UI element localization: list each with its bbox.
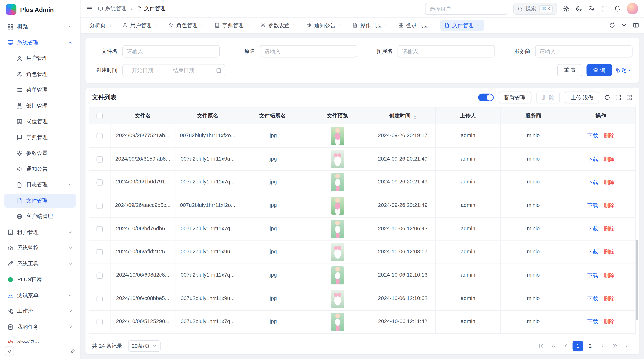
tenant-select[interactable] xyxy=(425,3,507,15)
sidebar-item-gauge[interactable]: 系统监控 xyxy=(4,241,76,255)
extension-input[interactable] xyxy=(398,45,495,57)
global-search[interactable]: 搜索 ⌘ K xyxy=(513,3,557,15)
sidebar-item-grid[interactable]: 概览 xyxy=(4,20,76,34)
refresh-icon[interactable] xyxy=(604,94,610,100)
search-button[interactable]: 查 询 xyxy=(586,64,612,76)
close-icon[interactable] xyxy=(338,23,342,27)
sidebar-item-flow[interactable]: 工作流 xyxy=(4,304,76,318)
jump-forward-button[interactable] xyxy=(610,341,620,351)
pin-icon[interactable] xyxy=(70,348,75,354)
file-preview-image[interactable] xyxy=(331,173,344,191)
sidebar-item-badge[interactable]: 岗位管理 xyxy=(4,115,76,129)
page-button-2[interactable]: 2 xyxy=(585,341,596,351)
tab-doc[interactable]: 操作日志 xyxy=(348,20,392,31)
file-preview-image[interactable] xyxy=(331,243,344,261)
sidebar-item-megaphone[interactable]: 通知公告 xyxy=(4,162,76,176)
file-preview-image[interactable] xyxy=(331,127,344,145)
row-checkbox[interactable] xyxy=(96,273,103,279)
tab-gear[interactable]: 参数设置 xyxy=(256,20,300,31)
original-name-input[interactable] xyxy=(260,45,357,57)
refresh-icon[interactable] xyxy=(609,22,615,28)
download-link[interactable]: 下载 xyxy=(587,272,598,278)
config-manage-button[interactable]: 配置管理 xyxy=(498,91,532,103)
file-preview-image[interactable] xyxy=(331,290,344,308)
config-toggle[interactable] xyxy=(478,93,494,101)
sidebar-item-person[interactable]: 用户管理 xyxy=(4,51,76,65)
pin-icon[interactable] xyxy=(108,23,112,27)
delete-link[interactable]: 删除 xyxy=(604,179,614,185)
sidebar-item-building[interactable]: 租户管理 xyxy=(4,225,76,239)
file-preview-image[interactable] xyxy=(331,220,344,238)
date-range-picker[interactable]: → xyxy=(122,64,225,76)
tab-file[interactable]: 文件管理 xyxy=(440,20,484,31)
sidebar-item-gitee[interactable]: gitee记录 xyxy=(4,336,76,343)
start-date-input[interactable] xyxy=(126,67,159,73)
download-link[interactable]: 下载 xyxy=(587,156,598,162)
file-preview-image[interactable] xyxy=(331,150,344,168)
translate-icon[interactable] xyxy=(588,5,595,12)
close-icon[interactable] xyxy=(430,23,434,27)
last-page-button[interactable] xyxy=(622,341,632,351)
breadcrumb-item-system[interactable]: 系统管理 xyxy=(98,5,126,12)
sidebar-item-people[interactable]: 角色管理 xyxy=(4,67,76,81)
reset-button[interactable]: 重 置 xyxy=(557,64,582,76)
jump-back-button[interactable] xyxy=(548,341,559,351)
prev-page-button[interactable] xyxy=(560,341,571,351)
sidebar-collapse-button[interactable] xyxy=(5,347,14,356)
sidebar-item-list[interactable]: 菜单管理 xyxy=(4,83,76,97)
row-checkbox[interactable] xyxy=(96,226,103,232)
download-link[interactable]: 下载 xyxy=(587,202,598,208)
row-checkbox[interactable] xyxy=(96,133,103,139)
columns-setting-icon[interactable] xyxy=(626,94,632,100)
first-page-button[interactable] xyxy=(536,341,546,351)
sidebar-item-client[interactable]: 客户端管理 xyxy=(4,209,76,223)
download-link[interactable]: 下载 xyxy=(587,295,598,302)
collapse-filter-link[interactable]: 收起 xyxy=(616,66,632,74)
download-link[interactable]: 下载 xyxy=(587,319,598,325)
row-checkbox[interactable] xyxy=(96,296,103,302)
sidebar-item-book[interactable]: 字典管理 xyxy=(4,130,76,144)
tab-megaphone[interactable]: 通知公告 xyxy=(302,20,346,31)
select-all-checkbox[interactable] xyxy=(96,113,103,119)
close-icon[interactable] xyxy=(154,23,158,27)
end-date-input[interactable] xyxy=(167,67,200,73)
delete-link[interactable]: 删除 xyxy=(604,226,614,232)
sidebar-item-clipboard[interactable]: 我的任务 xyxy=(4,320,76,334)
sidebar-item-doc[interactable]: 日志管理 xyxy=(4,178,76,192)
file-name-input[interactable] xyxy=(122,45,220,57)
tab-person[interactable]: 用户管理 xyxy=(118,20,162,31)
breadcrumb-item-file[interactable]: 文件管理 xyxy=(137,5,166,12)
delete-button[interactable]: 删 除 xyxy=(536,91,560,103)
sidebar-item-flask[interactable]: 测试菜单 xyxy=(4,288,76,302)
settings-gear-icon[interactable] xyxy=(563,5,570,12)
close-icon[interactable] xyxy=(384,23,388,27)
fullscreen-icon[interactable] xyxy=(601,5,608,12)
notification-bell-icon[interactable] xyxy=(614,5,620,12)
fullscreen-icon[interactable] xyxy=(615,94,621,100)
sidebar-item-tools[interactable]: 系统工具 xyxy=(4,257,76,271)
table-scrollbar-thumb[interactable] xyxy=(636,240,638,320)
close-icon[interactable] xyxy=(292,23,296,27)
close-icon[interactable] xyxy=(246,23,250,27)
panel-toggle-icon[interactable] xyxy=(633,22,639,28)
page-button-1[interactable]: 1 xyxy=(572,341,583,351)
delete-link[interactable]: 删除 xyxy=(604,202,614,208)
delete-link[interactable]: 删除 xyxy=(604,295,614,302)
next-page-button[interactable] xyxy=(597,341,608,351)
sidebar-item-gear[interactable]: 参数设置 xyxy=(4,146,76,160)
sidebar-item-monitor[interactable]: 系统管理 xyxy=(4,35,76,49)
user-avatar[interactable] xyxy=(627,3,638,14)
dark-mode-moon-icon[interactable] xyxy=(576,5,582,12)
menu-toggle-icon[interactable] xyxy=(86,5,93,12)
provider-input[interactable] xyxy=(535,45,632,57)
download-link[interactable]: 下载 xyxy=(587,179,598,185)
download-link[interactable]: 下载 xyxy=(587,132,598,139)
delete-link[interactable]: 删除 xyxy=(604,132,614,139)
close-icon[interactable] xyxy=(200,23,204,27)
row-checkbox[interactable] xyxy=(96,179,103,186)
delete-link[interactable]: 删除 xyxy=(604,319,614,325)
delete-link[interactable]: 删除 xyxy=(604,156,614,162)
row-checkbox[interactable] xyxy=(96,203,103,209)
sidebar-item-file[interactable]: 文件管理 xyxy=(4,194,76,208)
file-preview-image[interactable] xyxy=(331,313,344,331)
